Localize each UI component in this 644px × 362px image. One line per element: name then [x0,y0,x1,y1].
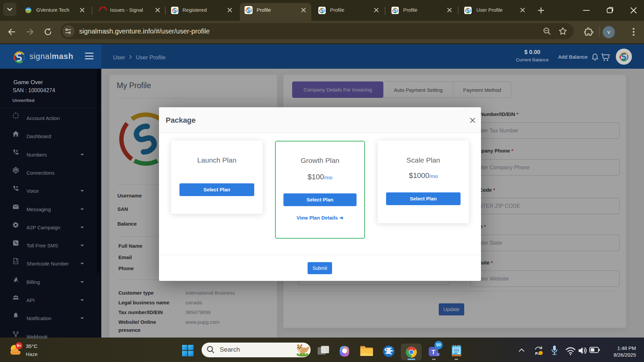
svg-text:T: T [431,349,435,356]
